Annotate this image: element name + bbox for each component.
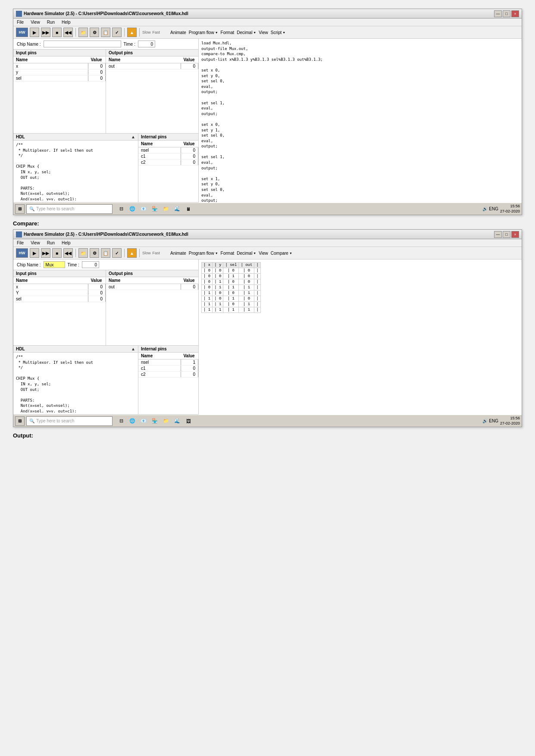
input-pin-value-y-1[interactable]: 0 xyxy=(88,69,106,75)
int-pin-value-nsel-1: 0 xyxy=(181,147,198,153)
task-btn-edge-1[interactable]: 🌊 xyxy=(172,204,182,214)
program-flow-chevron-1: ▼ xyxy=(215,31,218,34)
tool-check-1[interactable]: ✓ xyxy=(112,28,122,37)
minimize-btn-1[interactable]: — xyxy=(494,10,502,17)
menu-help-1[interactable]: Help xyxy=(60,19,72,25)
input-pin-value-sel-1[interactable]: 0 xyxy=(88,75,106,81)
task-btn-view-2[interactable]: ⊟ xyxy=(116,416,126,426)
separator-1c xyxy=(139,28,140,37)
tool-arrow-1[interactable]: ▲ xyxy=(127,28,137,37)
window2: Hardware Simulator (2.5) - C:\Users\HP\D… xyxy=(13,229,522,427)
tool-list-1[interactable]: 📋 xyxy=(101,28,110,37)
input-pin-value-sel-2[interactable]: 0 xyxy=(88,296,106,302)
compare-dropdown-2[interactable]: Compare ▼ xyxy=(271,251,292,256)
format-label-1: Format xyxy=(221,30,235,35)
tool-list-2[interactable]: 📋 xyxy=(101,248,110,258)
compare-cell-0-0: | 0 xyxy=(202,268,213,274)
menu-run-2[interactable]: Run xyxy=(45,240,56,246)
chip-name-label-1: Chip Name : xyxy=(17,42,41,47)
task-btn-files-1[interactable]: 📁 xyxy=(161,204,171,214)
task-btn-img-2[interactable]: 🖼 xyxy=(183,416,194,426)
taskbar-search-text-2: Type here to search xyxy=(36,419,74,423)
input-pins-table-2: Name Value x 0 Y xyxy=(13,277,106,302)
window1-title: Hardware Simulator (2.5) - C:\Users\HP\D… xyxy=(24,11,188,16)
input-pin-value-x-1[interactable]: 0 xyxy=(88,63,106,69)
hdl-scroll-up-2[interactable]: ▲ xyxy=(131,347,135,351)
input-pin-value-x-2[interactable]: 0 xyxy=(88,284,106,290)
task-btn-app-1[interactable]: 🌐 xyxy=(127,204,138,214)
output-pin-value-out-2[interactable]: 0 xyxy=(181,284,198,290)
input-pin-value-Y-2[interactable]: 0 xyxy=(88,290,106,296)
decimal-dropdown-2[interactable]: Decimal ▼ xyxy=(237,251,256,256)
input-col-name-1: Name xyxy=(13,56,88,63)
decimal-dropdown-1[interactable]: Decimal ▼ xyxy=(237,30,256,35)
task-btn-calc-1[interactable]: 🖩 xyxy=(183,204,194,214)
chip-name-row-1: Chip Name : Time : xyxy=(13,39,198,50)
input-col-value-1: Value xyxy=(88,56,106,63)
tool-play-1[interactable]: ▶ xyxy=(30,28,39,37)
int-pin-name-nsel-2: nsel xyxy=(138,359,181,366)
task-btn-store-1[interactable]: 🏪 xyxy=(150,204,160,214)
task-btn-store-2[interactable]: 🏪 xyxy=(150,416,160,426)
task-btn-app-2[interactable]: 🌐 xyxy=(127,416,138,426)
menu-view-1[interactable]: View xyxy=(29,19,42,25)
script-dropdown-1[interactable]: Script ▼ xyxy=(271,30,286,35)
tool-settings-1[interactable]: ⚙ xyxy=(90,28,99,37)
title-controls-1[interactable]: — □ × xyxy=(494,10,519,17)
task-btn-mail-1[interactable]: 📧 xyxy=(138,204,149,214)
tool-rewind-2[interactable]: ◀◀ xyxy=(63,248,73,258)
output-pin-value-out-1[interactable]: 0 xyxy=(181,63,198,69)
maximize-btn-1[interactable]: □ xyxy=(503,10,510,17)
taskbar-search-1[interactable]: 🔍 Type here to search xyxy=(26,204,113,214)
start-btn-1[interactable]: ⊞ xyxy=(15,204,25,214)
taskbar-search-2[interactable]: 🔍 Type here to search xyxy=(26,416,113,426)
program-flow-dropdown-1[interactable]: Program flow ▼ xyxy=(189,30,218,35)
task-btn-view-1[interactable]: ⊟ xyxy=(116,204,126,214)
chip-name-row-2: Chip Name : Time : xyxy=(13,259,198,270)
minimize-btn-2[interactable]: — xyxy=(494,231,502,238)
task-btn-files-2[interactable]: 📁 xyxy=(161,416,171,426)
close-btn-1[interactable]: × xyxy=(511,10,519,17)
task-btn-mail-2[interactable]: 📧 xyxy=(138,416,149,426)
maximize-btn-2[interactable]: □ xyxy=(503,231,510,238)
hdl-header-1: HDL ▲ xyxy=(13,134,138,141)
tool-check-2[interactable]: ✓ xyxy=(112,248,122,258)
tool-stop-2[interactable]: ■ xyxy=(52,248,62,258)
close-btn-2[interactable]: × xyxy=(511,231,519,238)
compare-cell-3-2: | 1 xyxy=(223,285,239,291)
tray-icon-speaker-2[interactable]: 🔊 xyxy=(482,419,488,423)
chip-name-input-1[interactable] xyxy=(44,41,121,47)
menu-file-2[interactable]: File xyxy=(15,240,25,246)
chip-name-input-2[interactable] xyxy=(44,261,65,268)
hdl-scroll-up-1[interactable]: ▲ xyxy=(131,134,135,139)
script-label-1: Script xyxy=(271,30,282,35)
tool-settings-2[interactable]: ⚙ xyxy=(90,248,99,258)
tool-fastforward-1[interactable]: ▶▶ xyxy=(41,28,50,37)
menu-view-2[interactable]: View xyxy=(29,240,42,246)
time-input-1[interactable] xyxy=(138,41,155,47)
tool-fastforward-2[interactable]: ▶▶ xyxy=(41,248,50,258)
tool-logo-1[interactable]: HW xyxy=(16,28,28,37)
tool-logo-2[interactable]: HW xyxy=(16,248,28,258)
tray-icon-lang-2: ENG xyxy=(489,419,498,423)
compare-cell-0-1: | 0 xyxy=(213,268,223,274)
tool-folder-2[interactable]: 📁 xyxy=(78,248,88,258)
program-flow-dropdown-2[interactable]: Program flow ▼ xyxy=(189,251,218,256)
start-btn-2[interactable]: ⊞ xyxy=(15,416,25,426)
task-btn-edge-2[interactable]: 🌊 xyxy=(172,416,182,426)
title-controls-2[interactable]: — □ × xyxy=(494,231,519,238)
time-input-2[interactable] xyxy=(82,261,99,268)
int-pin-name-c2-2: c2 xyxy=(138,372,181,378)
tool-play-2[interactable]: ▶ xyxy=(30,248,39,258)
tool-rewind-1[interactable]: ◀◀ xyxy=(63,28,73,37)
compare-row-7: | 1 | 1 | 1 | 1 | xyxy=(202,307,261,313)
menu-help-2[interactable]: Help xyxy=(60,240,72,246)
menu-file-1[interactable]: File xyxy=(15,19,25,25)
tool-folder-1[interactable]: 📁 xyxy=(78,28,88,37)
tray-icon-speaker-1[interactable]: 🔊 xyxy=(482,206,488,211)
format-dropdown-1: Format xyxy=(221,30,235,35)
tool-arrow-2[interactable]: ▲ xyxy=(127,248,137,258)
tool-stop-1[interactable]: ■ xyxy=(52,28,62,37)
program-flow-label-1: Program flow xyxy=(189,30,214,35)
menu-run-1[interactable]: Run xyxy=(45,19,56,25)
